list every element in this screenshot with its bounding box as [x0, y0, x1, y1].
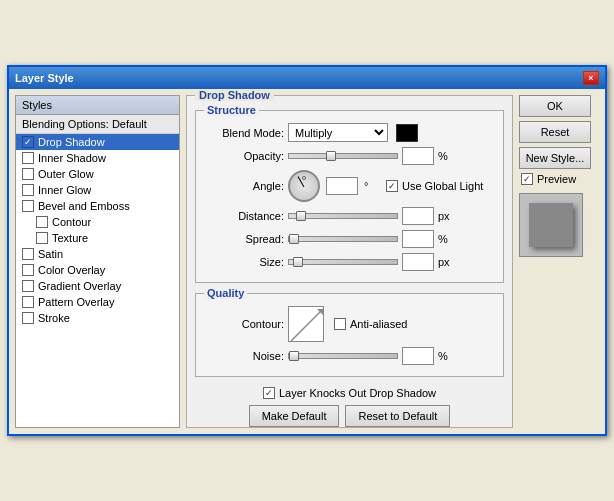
gradient-overlay-label: Gradient Overlay: [38, 280, 121, 292]
inner-shadow-checkbox[interactable]: [22, 152, 34, 164]
pattern-overlay-label: Pattern Overlay: [38, 296, 114, 308]
main-content: Drop Shadow Structure Blend Mode: Multip…: [186, 95, 513, 428]
anti-aliased-checkbox[interactable]: [334, 318, 346, 330]
spread-input[interactable]: 0: [402, 230, 434, 248]
quality-title: Quality: [204, 287, 247, 299]
window-body: Styles Blending Options: Default Drop Sh…: [9, 89, 605, 434]
color-overlay-label: Color Overlay: [38, 264, 105, 276]
texture-label: Texture: [52, 232, 88, 244]
preview-checkbox[interactable]: [521, 173, 533, 185]
noise-label: Noise:: [204, 350, 284, 362]
make-default-button[interactable]: Make Default: [249, 405, 340, 427]
preview-row: Preview: [519, 173, 599, 185]
contour-label: Contour: [52, 216, 91, 228]
sidebar-item-stroke[interactable]: Stroke: [16, 310, 179, 326]
window-title: Layer Style: [15, 72, 74, 84]
size-thumb[interactable]: [293, 257, 303, 267]
angle-dot: [302, 176, 306, 180]
gradient-overlay-checkbox[interactable]: [22, 280, 34, 292]
outer-glow-checkbox[interactable]: [22, 168, 34, 180]
angle-degree: °: [364, 180, 380, 192]
bevel-emboss-checkbox[interactable]: [22, 200, 34, 212]
layer-style-window: Layer Style × Styles Blending Options: D…: [7, 65, 607, 436]
blend-mode-select[interactable]: Multiply Normal Screen Overlay: [288, 123, 388, 142]
drop-shadow-section: Drop Shadow Structure Blend Mode: Multip…: [186, 95, 513, 428]
noise-slider[interactable]: [288, 353, 398, 359]
opacity-input[interactable]: 40: [402, 147, 434, 165]
spread-unit: %: [438, 233, 454, 245]
distance-input[interactable]: 8: [402, 207, 434, 225]
inner-glow-checkbox[interactable]: [22, 184, 34, 196]
opacity-row: Opacity: 40 %: [204, 147, 495, 165]
opacity-label: Opacity:: [204, 150, 284, 162]
new-style-button[interactable]: New Style...: [519, 147, 591, 169]
ok-button[interactable]: OK: [519, 95, 591, 117]
distance-slider[interactable]: [288, 213, 398, 219]
use-global-light-checkbox[interactable]: [386, 180, 398, 192]
color-overlay-checkbox[interactable]: [22, 264, 34, 276]
size-input[interactable]: 5: [402, 253, 434, 271]
contour-svg: [289, 307, 324, 342]
stroke-checkbox[interactable]: [22, 312, 34, 324]
sidebar-item-outer-glow[interactable]: Outer Glow: [16, 166, 179, 182]
title-bar-buttons: ×: [583, 71, 599, 85]
blending-options-item[interactable]: Blending Options: Default: [16, 115, 179, 134]
satin-label: Satin: [38, 248, 63, 260]
angle-area: 120 ° Use Global Light: [288, 170, 483, 202]
styles-header[interactable]: Styles: [16, 96, 179, 115]
spread-thumb[interactable]: [289, 234, 299, 244]
opacity-slider[interactable]: [288, 153, 398, 159]
angle-input[interactable]: 120: [326, 177, 358, 195]
contour-form-label: Contour:: [204, 318, 284, 330]
sidebar-item-satin[interactable]: Satin: [16, 246, 179, 262]
left-panel: Styles Blending Options: Default Drop Sh…: [15, 95, 180, 428]
size-slider[interactable]: [288, 259, 398, 265]
reset-button[interactable]: Reset: [519, 121, 591, 143]
structure-title: Structure: [204, 104, 259, 116]
stroke-label: Stroke: [38, 312, 70, 324]
size-row: Size: 5 px: [204, 253, 495, 271]
blend-mode-row: Blend Mode: Multiply Normal Screen Overl…: [204, 123, 495, 142]
close-button[interactable]: ×: [583, 71, 599, 85]
opacity-thumb[interactable]: [326, 151, 336, 161]
title-bar: Layer Style ×: [9, 67, 605, 89]
sidebar-item-drop-shadow[interactable]: Drop Shadow: [16, 134, 179, 150]
distance-row: Distance: 8 px: [204, 207, 495, 225]
noise-input[interactable]: 0: [402, 347, 434, 365]
sidebar-item-pattern-overlay[interactable]: Pattern Overlay: [16, 294, 179, 310]
sidebar-item-texture[interactable]: Texture: [16, 230, 179, 246]
use-global-light-row: Use Global Light: [386, 180, 483, 192]
angle-dial[interactable]: [288, 170, 320, 202]
drop-shadow-section-title: Drop Shadow: [195, 89, 274, 101]
distance-thumb[interactable]: [296, 211, 306, 221]
layer-knocks-checkbox[interactable]: [263, 387, 275, 399]
contour-preview[interactable]: [288, 306, 324, 342]
size-label: Size:: [204, 256, 284, 268]
layer-knocks-row: Layer Knocks Out Drop Shadow: [187, 383, 512, 399]
sidebar-item-gradient-overlay[interactable]: Gradient Overlay: [16, 278, 179, 294]
drop-shadow-checkbox[interactable]: [22, 136, 34, 148]
noise-thumb[interactable]: [289, 351, 299, 361]
sidebar-item-inner-shadow[interactable]: Inner Shadow: [16, 150, 179, 166]
anti-aliased-row: Anti-aliased: [334, 318, 407, 330]
reset-to-default-button[interactable]: Reset to Default: [345, 405, 450, 427]
texture-checkbox[interactable]: [36, 232, 48, 244]
angle-row: Angle: 120 ° Use Global Lig: [204, 170, 495, 202]
drop-shadow-label: Drop Shadow: [38, 136, 105, 148]
satin-checkbox[interactable]: [22, 248, 34, 260]
anti-aliased-label: Anti-aliased: [350, 318, 407, 330]
spread-slider[interactable]: [288, 236, 398, 242]
sidebar-item-inner-glow[interactable]: Inner Glow: [16, 182, 179, 198]
preview-box: [519, 193, 583, 257]
distance-label: Distance:: [204, 210, 284, 222]
contour-checkbox[interactable]: [36, 216, 48, 228]
angle-label: Angle:: [204, 180, 284, 192]
noise-row: Noise: 0 %: [204, 347, 495, 365]
pattern-overlay-checkbox[interactable]: [22, 296, 34, 308]
sidebar-item-color-overlay[interactable]: Color Overlay: [16, 262, 179, 278]
bottom-buttons: Make Default Reset to Default: [187, 399, 512, 427]
blend-color-swatch[interactable]: [396, 124, 418, 142]
sidebar-item-bevel-emboss[interactable]: Bevel and Emboss: [16, 198, 179, 214]
sidebar-item-contour[interactable]: Contour: [16, 214, 179, 230]
layer-knocks-label: Layer Knocks Out Drop Shadow: [279, 387, 436, 399]
